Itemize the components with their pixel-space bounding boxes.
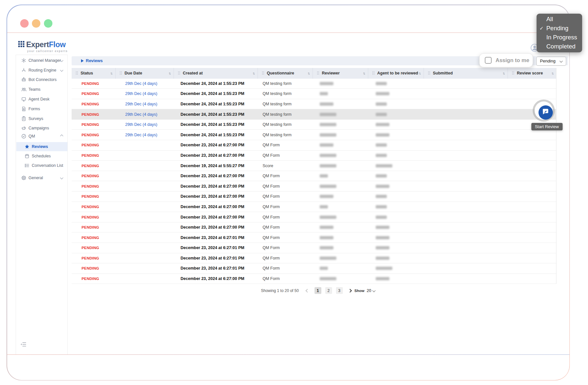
- filter-option-completed[interactable]: Completed: [537, 42, 582, 51]
- sidebar-item-bot-connectors[interactable]: Bot Connectors: [16, 75, 67, 84]
- cell-submitted: [424, 274, 508, 284]
- filter-option-label: Completed: [546, 43, 575, 50]
- redacted-text: [320, 102, 334, 106]
- sidebar-item-channel-manager[interactable]: Channel Manager: [16, 56, 67, 65]
- cell-created: December 19, 2024 at 5:55:27 PM: [174, 161, 258, 171]
- drag-handle-icon[interactable]: [178, 70, 180, 76]
- cell-reviewer: [313, 192, 368, 202]
- sidebar-item-agent-desk[interactable]: Agent Desk: [16, 95, 67, 104]
- breadcrumb-label[interactable]: Reviews: [86, 58, 103, 63]
- sort-icon[interactable]: ↑↓: [363, 71, 365, 75]
- page-size-select[interactable]: 20: [367, 288, 375, 293]
- table-row[interactable]: PENDING29th Dec (4 days)December 24, 202…: [72, 130, 556, 140]
- column-header-reviewer[interactable]: Reviewer↑↓: [313, 68, 368, 79]
- table-row[interactable]: PENDING29th Dec (4 days)December 24, 202…: [72, 120, 556, 130]
- table-row[interactable]: PENDINGDecember 23, 2024 at 6:27:00 PMQM…: [72, 151, 556, 161]
- cell-status: PENDING: [72, 89, 116, 99]
- cell-reviewer: [313, 212, 368, 222]
- table-row[interactable]: PENDINGDecember 23, 2024 at 6:27:00 PMQM…: [72, 212, 556, 222]
- window-minimize-button[interactable]: [32, 19, 40, 28]
- table-row[interactable]: PENDINGDecember 23, 2024 at 6:27:00 PMQM…: [72, 274, 556, 284]
- start-review-button[interactable]: [539, 105, 553, 120]
- table-row[interactable]: PENDINGDecember 23, 2024 at 6:27:01 PMQM…: [72, 263, 556, 274]
- drag-handle-icon[interactable]: [262, 70, 264, 76]
- breadcrumb-arrow-icon: [81, 59, 84, 62]
- cell-due: [116, 171, 174, 181]
- redacted-text: [376, 164, 392, 167]
- sort-icon[interactable]: ↑↓: [308, 71, 309, 75]
- cell-agent: [368, 140, 424, 150]
- sidebar-item-reviews[interactable]: Reviews: [16, 142, 67, 151]
- table-row[interactable]: PENDINGDecember 23, 2024 at 6:27:01 PMQM…: [72, 243, 556, 253]
- table-row[interactable]: PENDINGDecember 23, 2024 at 6:27:00 PMQM…: [72, 171, 556, 181]
- page-button-2[interactable]: 2: [325, 287, 332, 294]
- table-row[interactable]: PENDINGDecember 23, 2024 at 6:27:01 PMQM…: [72, 232, 556, 243]
- start-review-fab-halo: [533, 100, 555, 122]
- column-header-submitted[interactable]: Submitted↑↓: [424, 68, 508, 79]
- cell-due: [116, 192, 174, 202]
- drag-handle-icon[interactable]: [428, 70, 430, 76]
- table-row[interactable]: PENDINGDecember 23, 2024 at 6:27:00 PMQM…: [72, 192, 556, 202]
- column-header-questionnaire[interactable]: Questionnaire↑↓: [258, 68, 313, 79]
- sort-icon[interactable]: ↑↓: [110, 71, 112, 75]
- drag-handle-icon[interactable]: [317, 70, 319, 76]
- status-filter-menu: All✓PendingIn ProgressCompleted: [537, 14, 582, 52]
- drag-handle-icon[interactable]: [512, 70, 514, 76]
- drag-handle-icon[interactable]: [76, 70, 78, 76]
- column-header-due-date[interactable]: Due Date↑↓: [116, 68, 174, 79]
- sort-icon[interactable]: ↑↓: [503, 71, 504, 75]
- cell-created: December 23, 2024 at 6:27:01 PM: [174, 263, 258, 273]
- cell-reviewer: [313, 253, 368, 263]
- sidebar-item-schedules[interactable]: Schedules: [16, 152, 67, 161]
- sidebar-item-forms[interactable]: Forms: [16, 104, 67, 113]
- column-header-created-at[interactable]: Created at↑↓: [174, 68, 258, 79]
- redacted-text: [320, 216, 336, 219]
- cell-agent: [368, 151, 424, 161]
- status-filter-select[interactable]: Pending: [536, 57, 566, 66]
- window-close-button[interactable]: [20, 19, 29, 28]
- column-header-review-score[interactable]: Review score↑↓: [508, 68, 556, 79]
- sort-icon[interactable]: ↑↓: [253, 71, 254, 75]
- sidebar-item-routing-engine[interactable]: Routing Engine: [16, 66, 67, 75]
- filter-option-in-progress[interactable]: In Progress: [537, 33, 582, 42]
- cell-quest: QM Form: [258, 212, 313, 222]
- sort-icon[interactable]: ↑↓: [169, 71, 170, 75]
- cell-status: PENDING: [72, 140, 116, 150]
- sidebar-item-surveys[interactable]: Surveys: [16, 114, 67, 123]
- window-zoom-button[interactable]: [44, 19, 52, 28]
- table-row[interactable]: PENDING29th Dec (4 days)December 24, 202…: [72, 99, 556, 110]
- forms-icon: [21, 106, 26, 112]
- table-row[interactable]: PENDING29th Dec (4 days)December 24, 202…: [72, 109, 556, 120]
- table-row[interactable]: PENDINGDecember 23, 2024 at 6:27:00 PMQM…: [72, 202, 556, 212]
- sidebar-item-general[interactable]: General: [16, 173, 67, 182]
- column-label: Created at: [183, 71, 203, 75]
- table-row[interactable]: PENDING29th Dec (4 days)December 24, 202…: [72, 89, 556, 99]
- sidebar-item-conversation-list[interactable]: Conversation List: [16, 161, 67, 170]
- drag-handle-icon[interactable]: [372, 70, 375, 76]
- filter-option-pending[interactable]: ✓Pending: [537, 24, 582, 33]
- sidebar-collapse-icon[interactable]: [20, 341, 27, 347]
- page-button-1[interactable]: 1: [315, 287, 321, 294]
- sort-icon[interactable]: ↑↓: [419, 71, 420, 75]
- sidebar-item-teams[interactable]: Teams: [16, 85, 67, 94]
- table-row[interactable]: PENDING29th Dec (4 days)December 24, 202…: [72, 79, 556, 89]
- table-row[interactable]: PENDINGDecember 23, 2024 at 6:27:00 PMQM…: [72, 181, 556, 192]
- page-button-3[interactable]: 3: [336, 287, 343, 294]
- sidebar-item-campaigns[interactable]: Campaigns: [16, 124, 67, 133]
- column-header-status[interactable]: Status↑↓: [72, 68, 116, 79]
- prev-page-icon[interactable]: [305, 289, 309, 292]
- chevron-up-icon: [60, 135, 63, 138]
- drag-handle-icon[interactable]: [119, 70, 122, 76]
- table-row[interactable]: PENDINGDecember 23, 2024 at 6:27:00 PMQM…: [72, 140, 556, 151]
- assign-to-me-checkbox[interactable]: [485, 57, 492, 64]
- table-row[interactable]: PENDINGDecember 23, 2024 at 6:27:01 PMQM…: [72, 253, 556, 264]
- sort-icon[interactable]: ↑↓: [552, 71, 553, 75]
- table-row[interactable]: PENDINGDecember 19, 2024 at 5:55:27 PMSc…: [72, 161, 556, 171]
- filter-option-all[interactable]: All: [537, 15, 582, 24]
- next-page-icon[interactable]: [348, 289, 352, 292]
- table-row[interactable]: PENDINGDecember 23, 2024 at 6:27:00 PMQM…: [72, 222, 556, 233]
- column-header-agent-to-be-reviewed[interactable]: Agent to be reviewed↑↓: [368, 68, 424, 79]
- sidebar-item-qm[interactable]: QM: [16, 132, 67, 141]
- cell-due: 29th Dec (4 days): [116, 79, 174, 89]
- bot-connectors-icon: [21, 77, 26, 82]
